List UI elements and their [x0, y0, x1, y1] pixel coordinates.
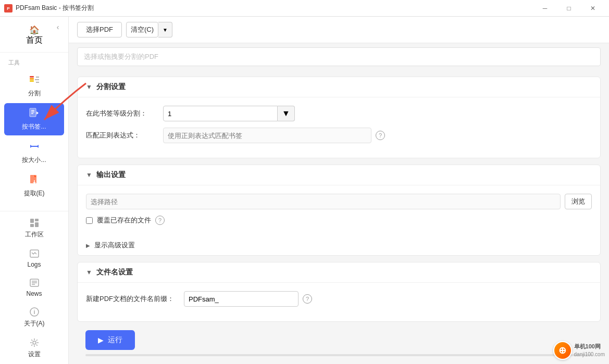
progress-bar-track: [85, 354, 592, 356]
svg-rect-32: [35, 219, 39, 221]
filename-help-icon[interactable]: ?: [303, 294, 312, 304]
sidebar-item-logs[interactable]: Logs: [4, 244, 64, 272]
filename-settings-header[interactable]: ▼ 文件名设置: [78, 262, 600, 283]
svg-rect-4: [30, 80, 34, 82]
watermark: ⊕ 单机100网 danji100.com: [553, 341, 605, 360]
filename-settings-section: ▼ 文件名设置 新建PDF文档的文件名前缀： ?: [77, 262, 601, 322]
sidebar-collapse-button[interactable]: ‹: [52, 21, 64, 33]
watermark-text: 单机100网: [574, 343, 605, 350]
svg-rect-3: [30, 78, 34, 80]
sidebar-bookmark-split-label: 按书签...: [22, 122, 46, 131]
workspace-icon: [29, 218, 40, 230]
svg-marker-15: [36, 145, 39, 148]
svg-rect-33: [30, 224, 34, 227]
extract-icon: [29, 174, 40, 188]
split-settings-section: ▼ 分割设置 在此书签等级分割： ▼ 匹配正则表达式： ?: [77, 77, 601, 158]
filename-prefix-input[interactable]: [184, 291, 299, 307]
output-settings-body: 浏览 覆盖已存在的文件 ?: [78, 185, 600, 235]
svg-rect-31: [30, 219, 34, 223]
sidebar-item-settings[interactable]: 设置: [4, 333, 64, 363]
output-settings-header[interactable]: ▼ 输出设置: [78, 165, 600, 185]
sidebar-item-workspace[interactable]: 工作区: [4, 214, 64, 243]
svg-marker-14: [30, 145, 32, 148]
sidebar-extract-label: 提取(E): [24, 189, 45, 198]
sidebar: ‹ 🏠 首页 工具 分割: [0, 17, 69, 364]
browse-button[interactable]: 浏览: [565, 194, 592, 209]
sidebar-split-label: 分割: [28, 89, 41, 98]
sidebar-workspace-label: 工作区: [25, 230, 44, 239]
split-settings-title: 分割设置: [96, 82, 126, 92]
regex-label: 匹配正则表达式：: [86, 131, 159, 140]
sidebar-item-bookmark-split[interactable]: 按书签...: [4, 103, 64, 135]
content-area: ▼ 分割设置 在此书签等级分割： ▼ 匹配正则表达式： ?: [69, 70, 609, 364]
close-button[interactable]: ✕: [581, 0, 605, 17]
progress-area: [77, 350, 601, 360]
title-bar-controls: ─ □ ✕: [533, 0, 605, 17]
sidebar-item-extract[interactable]: 提取(E): [4, 170, 64, 202]
advanced-expand-icon: ▶: [86, 243, 90, 248]
svg-rect-2: [30, 76, 34, 78]
file-drop-area[interactable]: 选择或拖拽要分割的PDF: [77, 47, 601, 66]
sidebar-item-alternate-mix[interactable]: 交替混合: [4, 203, 64, 209]
size-split-icon: [29, 141, 40, 155]
output-settings-expand-icon: ▼: [86, 171, 92, 179]
output-settings-title: 输出设置: [96, 170, 126, 180]
sidebar-item-news[interactable]: News: [4, 273, 64, 302]
overwrite-checkbox[interactable]: [86, 217, 93, 224]
sidebar-item-split[interactable]: 分割: [4, 70, 64, 102]
split-settings-body: 在此书签等级分割： ▼ 匹配正则表达式： ?: [78, 97, 600, 158]
tools-section-label: 工具: [0, 55, 68, 69]
clear-dropdown-button[interactable]: ▼: [158, 22, 172, 37]
clear-label: 清空(C): [131, 25, 154, 34]
level-input[interactable]: [163, 106, 278, 121]
sidebar-home-label: 首页: [26, 35, 43, 46]
about-icon: i: [29, 307, 40, 319]
level-input-group: ▼: [163, 106, 319, 121]
title-bar: P PDFsam Basic - 按书签分割 ─ □ ✕: [0, 0, 609, 17]
app-body: ‹ 🏠 首页 工具 分割: [0, 17, 609, 364]
run-label: 运行: [108, 335, 122, 345]
file-drop-placeholder: 选择或拖拽要分割的PDF: [84, 53, 158, 60]
svg-rect-8: [30, 108, 36, 117]
run-icon: ▶: [98, 336, 104, 344]
settings-icon: [29, 337, 40, 350]
sidebar-bottom: 工作区 Logs: [0, 209, 68, 364]
split-settings-expand-icon: ▼: [86, 83, 92, 91]
alternate-mix-icon: [29, 207, 40, 209]
level-dropdown-button[interactable]: ▼: [278, 106, 295, 121]
sidebar-item-size-split[interactable]: 按大小...: [4, 136, 64, 169]
clear-button[interactable]: 清空(C): [126, 22, 158, 37]
app-title: PDFsam Basic - 按书签分割: [16, 4, 94, 12]
clear-dropdown-icon: ▼: [163, 27, 168, 33]
split-settings-header[interactable]: ▼ 分割设置: [78, 77, 600, 97]
overwrite-row: 覆盖已存在的文件 ?: [86, 216, 592, 225]
output-settings-section: ▼ 输出设置 浏览 覆盖已存在的文件 ? ▶ 显示高级设: [77, 165, 601, 256]
sidebar-item-about[interactable]: i 关于(A): [4, 303, 64, 332]
main-content: 选择PDF 清空(C) ▼ 选择或拖拽要分割的PDF ▼ 分割设置: [69, 17, 609, 364]
sidebar-scroll: 分割 按书签...: [0, 69, 68, 209]
advanced-label: 显示高级设置: [94, 241, 135, 250]
level-label: 在此书签等级分割：: [86, 109, 159, 118]
filename-settings-title: 文件名设置: [96, 268, 133, 277]
filename-settings-body: 新建PDF文档的文件名前缀： ?: [78, 283, 600, 321]
minimize-button[interactable]: ─: [533, 0, 557, 17]
sidebar-logs-label: Logs: [27, 261, 41, 268]
advanced-settings-header[interactable]: ▶ 显示高级设置: [78, 235, 600, 255]
home-icon: 🏠: [29, 25, 40, 35]
regex-help-icon[interactable]: ?: [376, 131, 385, 140]
output-path-row: 浏览: [86, 194, 592, 209]
select-pdf-button[interactable]: 选择PDF: [77, 22, 122, 37]
output-path-input[interactable]: [86, 194, 561, 209]
sidebar-news-label: News: [26, 290, 42, 297]
svg-text:i: i: [33, 309, 35, 315]
run-button[interactable]: ▶ 运行: [85, 330, 135, 350]
bookmark-split-icon: [29, 107, 40, 121]
overwrite-help-icon[interactable]: ?: [155, 216, 165, 225]
watermark-url: danji100.com: [574, 351, 605, 358]
svg-marker-12: [36, 111, 39, 115]
maximize-button[interactable]: □: [557, 0, 581, 17]
overwrite-label: 覆盖已存在的文件: [97, 216, 151, 225]
regex-input[interactable]: [163, 128, 371, 143]
svg-text:P: P: [7, 6, 10, 11]
news-icon: [29, 278, 40, 290]
